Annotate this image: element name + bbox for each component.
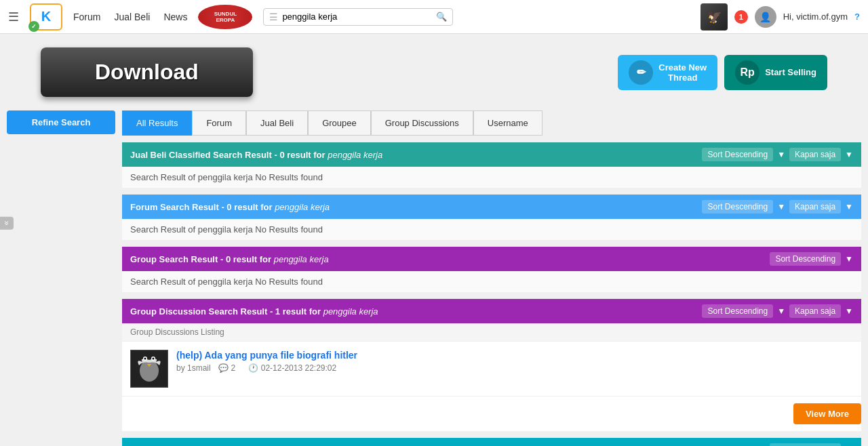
download-button[interactable]: Download — [41, 47, 253, 97]
discussion-comments: 💬 2 — [218, 363, 241, 373]
notification-badge[interactable]: 1 — [734, 10, 748, 24]
group-result-header: Group Search Result - 0 result for pengg… — [122, 247, 861, 271]
eagle-icon — [132, 352, 166, 386]
jual-beli-sort-button[interactable]: Sort Descending — [702, 148, 773, 161]
discussion-author: by 1smail — [176, 363, 211, 373]
group-sort-controls: Sort Descending ▼ — [770, 252, 853, 266]
jual-beli-sort-controls: Sort Descending ▼ Kapan saja ▼ — [702, 148, 853, 161]
forum-result-header: Forum Search Result - 0 result for pengg… — [122, 195, 861, 219]
nav-jual-beli[interactable]: Jual Beli — [114, 12, 150, 22]
forum-result-body: Search Result of penggila kerja No Resul… — [122, 219, 861, 240]
svg-point-0 — [140, 360, 159, 382]
jual-beli-sort-arrow: ▼ — [777, 150, 785, 159]
view-more-button[interactable]: View More — [793, 403, 861, 424]
discussion-title-link[interactable]: (help) Ada yang punya file biografi hitl… — [176, 350, 853, 361]
jual-beli-result-title: Jual Beli Classified Search Result - 0 r… — [130, 150, 382, 160]
svg-point-4 — [153, 358, 155, 360]
create-thread-icon: ✏ — [629, 60, 653, 85]
username-result-header: Username Search Result - 0 result for pe… — [122, 438, 861, 446]
sundul-eropa-logo: SUNDULEROPA — [198, 5, 252, 29]
avatar[interactable]: 👤 — [755, 6, 776, 28]
jual-beli-result-header: Jual Beli Classified Search Result - 0 r… — [122, 142, 861, 167]
forum-result-title: Forum Search Result - 0 result for pengg… — [130, 202, 330, 212]
start-selling-button[interactable]: Rp Start Selling — [724, 55, 827, 90]
help-icon[interactable]: ? — [854, 12, 860, 22]
tab-username[interactable]: Username — [473, 110, 542, 136]
tab-jual-beli[interactable]: Jual Beli — [246, 110, 308, 136]
username-sort-button[interactable]: Sort Descending — [770, 443, 841, 446]
search-menu-icon: ☰ — [269, 12, 278, 22]
nav-news[interactable]: News — [163, 12, 187, 22]
group-result-body: Search Result of penggila kerja No Resul… — [122, 271, 861, 292]
selling-icon: Rp — [735, 60, 760, 85]
sidebar: Refine Search — [7, 110, 115, 446]
hero-area: Download ✏ Create NewThread Rp Start Sel… — [0, 34, 868, 110]
jual-beli-kapan-button[interactable]: Kapan saja — [789, 148, 841, 161]
hero-action-buttons: ✏ Create NewThread Rp Start Selling — [618, 55, 827, 90]
refine-search-button[interactable]: Refine Search — [7, 110, 115, 134]
discussion-info: (help) Ada yang punya file biografi hitl… — [176, 350, 853, 373]
start-selling-label: Start Selling — [765, 67, 816, 77]
tab-forum[interactable]: Forum — [192, 110, 246, 136]
username-result-section: Username Search Result - 0 result for pe… — [122, 438, 861, 446]
create-thread-label: Create NewThread — [658, 62, 707, 83]
hamburger-icon[interactable]: ☰ — [8, 9, 19, 24]
game-icon[interactable]: 🦅 — [701, 3, 728, 31]
group-result-title: Group Search Result - 0 result for pengg… — [130, 254, 329, 264]
left-scroll-tab[interactable]: » — [0, 217, 14, 230]
tab-group-discussions[interactable]: Group Discussions — [371, 110, 473, 136]
group-discussion-sort-button[interactable]: Sort Descending — [702, 304, 773, 318]
group-discussion-kapan-button[interactable]: Kapan saja — [789, 304, 841, 318]
forum-kapan-arrow: ▼ — [845, 202, 853, 211]
logo-badge: ✓ — [28, 21, 39, 32]
search-input[interactable] — [282, 12, 436, 22]
navbar: ☰ K ✓ Forum Jual Beli News SUNDULEROPA ☰… — [0, 0, 868, 34]
main-content: Refine Search All Results Forum Jual Bel… — [0, 110, 868, 446]
group-discussion-subheader: Group Discussions Listing — [122, 323, 861, 342]
discussion-thumbnail — [130, 350, 168, 388]
discussion-date: 🕐 02-12-2013 22:29:02 — [248, 363, 342, 373]
group-discussion-result-header: Group Discussion Search Result - 1 resul… — [122, 299, 861, 323]
forum-kapan-button[interactable]: Kapan saja — [789, 200, 841, 214]
nav-forum[interactable]: Forum — [73, 12, 100, 22]
discussion-list-item: (help) Ada yang punya file biografi hitl… — [122, 342, 861, 397]
create-thread-button[interactable]: ✏ Create NewThread — [618, 55, 717, 90]
search-tabs: All Results Forum Jual Beli Groupee Grou… — [122, 110, 861, 136]
content-area: All Results Forum Jual Beli Groupee Grou… — [122, 110, 861, 446]
tab-all-results[interactable]: All Results — [122, 110, 192, 136]
jual-beli-result-section: Jual Beli Classified Search Result - 0 r… — [122, 142, 861, 188]
svg-point-3 — [144, 358, 146, 360]
username-sort-controls: Sort Descending ▼ — [770, 443, 853, 446]
group-result-section: Group Search Result - 0 result for pengg… — [122, 247, 861, 292]
jual-beli-result-body: Search Result of penggila kerja No Resul… — [122, 167, 861, 188]
forum-sort-controls: Sort Descending ▼ Kapan saja ▼ — [702, 200, 853, 214]
view-more-row: View More — [122, 397, 861, 431]
group-discussion-kapan-arrow: ▼ — [845, 306, 853, 316]
group-discussion-sort-arrow: ▼ — [777, 306, 785, 316]
group-sort-arrow: ▼ — [845, 254, 853, 264]
search-icon[interactable]: 🔍 — [436, 12, 447, 22]
nav-right: 🦅 1 👤 Hi, victim.of.gym ? — [701, 3, 860, 31]
group-discussion-sort-controls: Sort Descending ▼ Kapan saja ▼ — [702, 304, 853, 318]
discussion-meta: by 1smail 💬 2 🕐 02-12-2013 22:29:02 — [176, 363, 853, 373]
tab-groupee[interactable]: Groupee — [308, 110, 371, 136]
search-box: ☰ 🔍 — [263, 8, 453, 26]
forum-sort-button[interactable]: Sort Descending — [702, 200, 773, 214]
site-logo[interactable]: K ✓ — [30, 3, 62, 31]
group-discussion-result-title: Group Discussion Search Result - 1 resul… — [130, 306, 378, 317]
forum-sort-arrow: ▼ — [777, 202, 785, 211]
username-label: Hi, victim.of.gym — [783, 12, 848, 22]
forum-result-section: Forum Search Result - 0 result for pengg… — [122, 195, 861, 240]
group-sort-button[interactable]: Sort Descending — [770, 252, 841, 266]
jual-beli-kapan-arrow: ▼ — [845, 150, 853, 159]
group-discussion-result-section: Group Discussion Search Result - 1 resul… — [122, 299, 861, 431]
nav-links: Forum Jual Beli News — [73, 12, 187, 22]
